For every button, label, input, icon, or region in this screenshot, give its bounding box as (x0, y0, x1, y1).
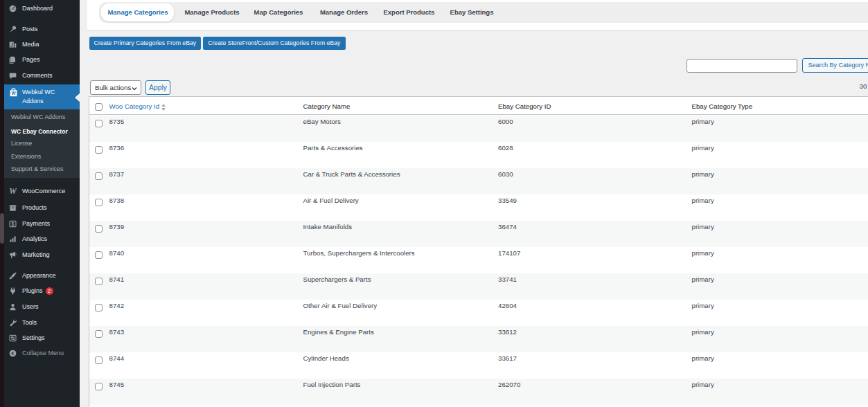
svg-text:W: W (11, 91, 16, 96)
svg-text:W: W (9, 188, 17, 195)
svg-text:$: $ (12, 221, 15, 227)
